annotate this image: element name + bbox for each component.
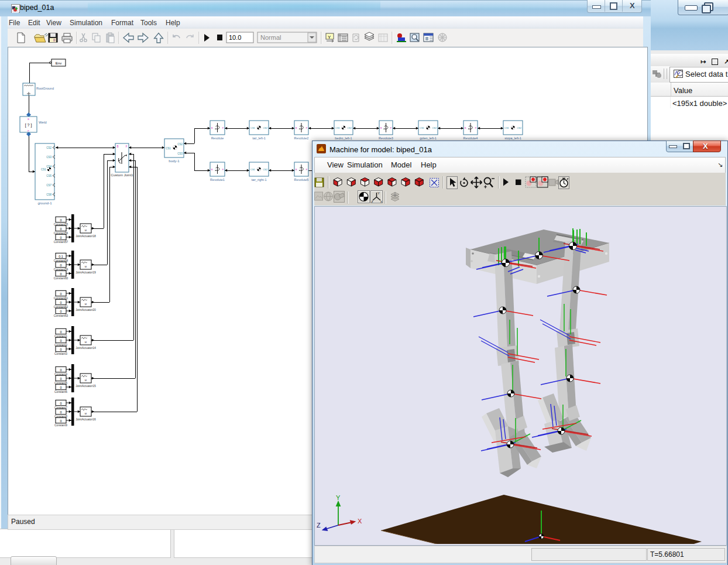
svg-text:B: B [380, 126, 382, 129]
svg-text:JointActuator15: JointActuator15 [75, 384, 96, 388]
svg-text:CS5: CS5 [46, 174, 51, 177]
svg-text:0: 0 [60, 368, 61, 372]
svg-text:Revolute: Revolute [211, 136, 224, 140]
svg-text:0: 0 [60, 330, 61, 334]
svg-text:0: 0 [60, 310, 61, 313]
svg-text:CS1: CS1 [335, 126, 341, 129]
svg-text:M: M [85, 341, 87, 344]
svg-text:Env: Env [56, 61, 61, 65]
svg-text:B: B [116, 145, 118, 148]
svg-text:10.0: 10.0 [229, 34, 241, 41]
svg-text:Revolute4: Revolute4 [463, 136, 478, 140]
svg-text:B: B [296, 126, 297, 129]
svg-text:M: M [85, 229, 87, 232]
svg-text:Constant3: Constant3 [54, 352, 67, 355]
svg-text:0: 0 [60, 348, 61, 351]
svg-text:CS2: CS2 [46, 146, 51, 149]
svg-text:CS1: CS1 [420, 126, 425, 129]
svg-text:taz_left-1: taz_left-1 [252, 136, 266, 140]
svg-text:B: B [296, 168, 297, 171]
svg-text:0: 0 [60, 339, 61, 343]
svg-text:Constant6: Constant6 [54, 391, 67, 393]
svg-text:x: x [380, 200, 382, 203]
svg-text:0: 0 [60, 227, 61, 231]
svg-text:0: 0 [60, 386, 61, 389]
svg-text:CS3: CS3 [46, 156, 51, 159]
svg-text:0.1: 0.1 [59, 255, 63, 258]
svg-text:CS1: CS1 [166, 147, 171, 150]
svg-text:RootGround: RootGround [36, 87, 54, 90]
svg-text:CS1: CS1 [250, 168, 256, 171]
svg-text:Custom Joint1: Custom Joint1 [111, 173, 133, 177]
svg-text:F: F [126, 145, 128, 148]
svg-text:Normal: Normal [260, 34, 281, 41]
svg-text:CS2: CS2 [177, 143, 183, 146]
svg-text:Y: Y [377, 191, 380, 195]
svg-text:B: B [211, 126, 213, 129]
svg-text:Revolute3: Revolute3 [379, 136, 393, 140]
svg-text:bedro_left-1: bedro_left-1 [335, 136, 352, 140]
svg-text:CS1: CS1 [41, 168, 46, 171]
svg-text:body-1: body-1 [169, 159, 180, 163]
svg-text:JointActuator19: JointActuator19 [75, 270, 96, 274]
svg-text:B: B [465, 126, 466, 129]
svg-text:CS2: CS2 [347, 126, 352, 129]
svg-text:CS4: CS4 [46, 165, 51, 168]
svg-text:CS3: CS3 [177, 152, 183, 155]
svg-text:CS2: CS2 [432, 126, 437, 129]
svg-text:0: 0 [60, 236, 61, 239]
svg-text:CS7: CS7 [46, 184, 51, 187]
svg-text:CS1: CS1 [504, 126, 510, 129]
svg-text:0: 0 [60, 402, 61, 405]
svg-text:Revolute2: Revolute2 [294, 136, 309, 140]
svg-text:0: 0 [60, 272, 61, 276]
svg-text:Weld: Weld [39, 121, 47, 124]
svg-text:CS8: CS8 [46, 193, 51, 196]
svg-text:JointActuator14: JointActuator14 [75, 346, 96, 350]
svg-text:0: 0 [60, 292, 61, 296]
svg-text:0: 0 [60, 301, 61, 304]
svg-text:0: 0 [60, 218, 61, 222]
svg-text:JointActuator16: JointActuator16 [75, 417, 96, 421]
svg-text:0: 0 [60, 410, 61, 414]
svg-text:CS2: CS2 [517, 126, 522, 129]
svg-text:Constant63: Constant63 [54, 314, 68, 317]
svg-text:golen_left-1: golen_left-1 [420, 136, 437, 140]
svg-text:CS1: CS1 [250, 126, 256, 129]
svg-text:Constant60: Constant60 [54, 277, 68, 280]
svg-text:Revolute1: Revolute1 [210, 178, 225, 182]
svg-text:Constant57: Constant57 [54, 241, 68, 244]
svg-text:JointActuator18: JointActuator18 [75, 234, 96, 238]
svg-text:M: M [85, 265, 87, 268]
svg-text:M: M [85, 412, 87, 415]
svg-text:z: z [372, 200, 373, 203]
svg-text:ground-1: ground-1 [37, 201, 52, 205]
svg-text:Z: Z [317, 522, 321, 529]
svg-text:JointActuator20: JointActuator20 [75, 308, 96, 311]
svg-text:0: 0 [60, 419, 61, 423]
svg-text:Y: Y [336, 494, 341, 501]
svg-text:Y: Y [328, 35, 331, 40]
svg-text:Constant9: Constant9 [54, 424, 67, 427]
svg-text:0: 0 [60, 263, 61, 267]
svg-text:CS2: CS2 [263, 168, 268, 171]
svg-text:taz_right-1: taz_right-1 [252, 178, 267, 182]
svg-text:[ ? ]: [ ? ] [25, 123, 32, 128]
svg-text:B: B [211, 168, 213, 171]
svg-text:Revolute5: Revolute5 [294, 178, 309, 182]
svg-text:0: 0 [60, 377, 61, 381]
svg-text:M: M [85, 379, 87, 382]
svg-text:B: B [28, 118, 29, 121]
svg-text:CS2: CS2 [263, 126, 268, 129]
svg-text:M: M [85, 303, 87, 306]
svg-text:stopa_left-1: stopa_left-1 [504, 136, 521, 140]
svg-text:X: X [358, 518, 362, 525]
